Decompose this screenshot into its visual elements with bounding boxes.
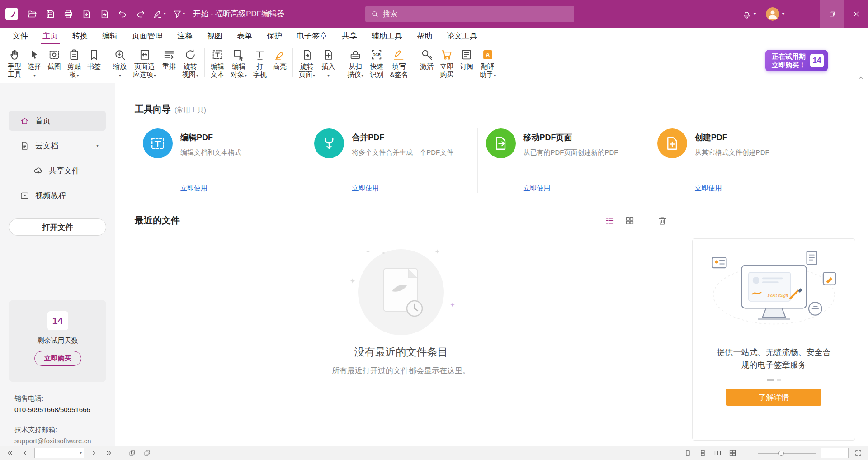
zoom-out-button[interactable] bbox=[742, 448, 753, 459]
minimize-button[interactable] bbox=[796, 0, 820, 28]
ribbon-insert-button[interactable]: 插入▾ bbox=[318, 47, 338, 79]
menu-item-5[interactable]: 注释 bbox=[170, 28, 200, 44]
use-now-link[interactable]: 立即使用 bbox=[524, 184, 551, 193]
menu-item-10[interactable]: 共享 bbox=[335, 28, 364, 44]
ribbon-hand-tool-button[interactable]: 手型工具 bbox=[5, 47, 24, 79]
collapse-ribbon-button[interactable] bbox=[857, 75, 864, 82]
menu-item-6[interactable]: 视图 bbox=[200, 28, 230, 44]
filter-button[interactable]: ▾ bbox=[170, 6, 187, 22]
ribbon-group: 手型工具选择▾截图剪贴板▾书签 bbox=[5, 47, 104, 79]
menu-item-9[interactable]: 电子签章 bbox=[289, 28, 335, 44]
ribbon-from-scanner-button[interactable]: 从扫描仪▾ bbox=[344, 47, 367, 79]
undo-button[interactable] bbox=[115, 6, 130, 22]
buy-now-button[interactable]: 立即购买 bbox=[34, 351, 81, 366]
chevron-down-icon: ▾ bbox=[76, 73, 79, 78]
ribbon-item-label: 助手▾ bbox=[480, 71, 496, 79]
menu-item-7[interactable]: 表单 bbox=[230, 28, 259, 44]
ribbon-subscribe-button[interactable]: 订阅 bbox=[457, 47, 476, 79]
learn-more-button[interactable]: 了解详情 bbox=[726, 389, 821, 406]
facing-page-button[interactable] bbox=[712, 448, 723, 459]
save-button[interactable] bbox=[42, 6, 58, 22]
zoom-input[interactable] bbox=[821, 448, 849, 458]
search-input[interactable] bbox=[383, 10, 569, 18]
sidebar-item-cloud-docs[interactable]: 云文档▾ bbox=[9, 136, 106, 156]
open-folder-button[interactable] bbox=[24, 6, 40, 22]
support-email-link[interactable]: support@foxitsoftware.cn bbox=[14, 437, 91, 445]
svg-text:OCR: OCR bbox=[373, 53, 381, 57]
ribbon-zoom-button[interactable]: 缩放▾ bbox=[110, 47, 130, 79]
restore-button[interactable] bbox=[820, 0, 844, 28]
convert-button[interactable] bbox=[97, 6, 112, 22]
use-now-link[interactable]: 立即使用 bbox=[180, 184, 208, 193]
notifications-button[interactable]: ▾ bbox=[742, 9, 756, 19]
ribbon-group: 旋转页面▾插入▾ bbox=[296, 47, 338, 79]
ribbon-typewriter-button[interactable]: 打字机 bbox=[250, 47, 270, 79]
first-page-button[interactable] bbox=[5, 448, 15, 459]
use-now-link[interactable]: 立即使用 bbox=[352, 184, 379, 193]
menu-item-4[interactable]: 页面管理 bbox=[125, 28, 170, 44]
page-number-field[interactable] bbox=[35, 450, 74, 456]
menu-item-2[interactable]: 转换 bbox=[65, 28, 95, 44]
menu-item-1[interactable]: 主页 bbox=[35, 28, 65, 44]
list-view-icon[interactable] bbox=[605, 216, 615, 226]
zoom-field[interactable] bbox=[821, 448, 848, 458]
account-menu[interactable]: ▾ bbox=[766, 7, 784, 21]
trial-banner[interactable]: 正在试用期 立即购买！ 14 bbox=[765, 50, 828, 71]
ribbon-reflow-button[interactable]: 重排 bbox=[159, 47, 179, 79]
minimize-icon bbox=[805, 10, 812, 18]
hand-icon bbox=[8, 48, 21, 61]
export-pdf-button[interactable] bbox=[79, 6, 94, 22]
fullscreen-button[interactable] bbox=[853, 448, 863, 459]
print-button[interactable] bbox=[61, 6, 76, 22]
sign-tool-button[interactable]: ▾ bbox=[151, 6, 168, 22]
menu-item-3[interactable]: 编辑 bbox=[95, 28, 125, 44]
ribbon-select-button[interactable]: 选择▾ bbox=[24, 47, 44, 79]
last-page-button[interactable] bbox=[103, 448, 114, 459]
open-file-button[interactable]: 打开文件 bbox=[9, 218, 106, 236]
trash-icon[interactable] bbox=[657, 216, 667, 226]
search-box[interactable] bbox=[365, 6, 574, 22]
continuous-page-button[interactable] bbox=[697, 448, 708, 459]
ribbon-rotate-view-button[interactable]: 旋转视图▾ bbox=[179, 47, 202, 79]
sidebar-item-home[interactable]: 首页 bbox=[9, 111, 106, 131]
ribbon-bookmark-button[interactable]: 书签 bbox=[84, 47, 104, 79]
grid-view-icon[interactable] bbox=[625, 216, 635, 226]
ribbon-edit-text-button[interactable]: 编辑文本 bbox=[208, 47, 227, 79]
prev-page-button[interactable] bbox=[19, 448, 30, 459]
single-page-button[interactable] bbox=[682, 448, 693, 459]
next-page-button[interactable] bbox=[88, 448, 99, 459]
ribbon-snapshot-button[interactable]: 截图 bbox=[44, 47, 64, 79]
use-now-link[interactable]: 立即使用 bbox=[695, 184, 722, 193]
ribbon-page-fit-options-button[interactable]: 页面适应选项▾ bbox=[130, 47, 159, 79]
ribbon-edit-object-button[interactable]: 编辑对象▾ bbox=[227, 47, 250, 79]
ribbon-activate-button[interactable]: 激活 bbox=[417, 47, 437, 79]
menu-item-8[interactable]: 保护 bbox=[259, 28, 289, 44]
ribbon-highlight-button[interactable]: 高亮 bbox=[270, 47, 290, 79]
carousel-dot[interactable] bbox=[777, 379, 781, 381]
zoom-slider-knob[interactable] bbox=[778, 451, 784, 456]
facing-continuous-button[interactable] bbox=[727, 448, 738, 459]
chevron-down-icon: ▾ bbox=[361, 73, 363, 78]
snapshot-tool-button[interactable] bbox=[127, 448, 137, 459]
tool-card-text: 创建PDF从其它格式文件创建PDF bbox=[695, 128, 769, 158]
sidebar-item-video-tutorials[interactable]: 视频教程 bbox=[9, 185, 106, 205]
ribbon-fill-sign-button[interactable]: 填写&签名 bbox=[387, 47, 411, 79]
ribbon-quick-ocr-button[interactable]: OCR快速识别 bbox=[367, 47, 387, 79]
page-number-input[interactable]: ▾ bbox=[34, 448, 84, 458]
ribbon-rotate-pages-button[interactable]: 旋转页面▾ bbox=[296, 47, 318, 79]
menu-item-11[interactable]: 辅助工具 bbox=[364, 28, 410, 44]
menu-item-13[interactable]: 论文工具 bbox=[439, 28, 485, 44]
sidebar-item-shared-files[interactable]: 共享文件 bbox=[9, 161, 106, 180]
carousel-dot-active[interactable] bbox=[767, 379, 774, 381]
clipboard-tool-button[interactable] bbox=[142, 448, 152, 459]
ribbon-translate-assistant-button[interactable]: A翻译助手▾ bbox=[476, 47, 499, 79]
ribbon-item-label: 打 bbox=[253, 62, 267, 71]
menu-item-0[interactable]: 文件 bbox=[5, 28, 35, 44]
menu-item-12[interactable]: 帮助 bbox=[410, 28, 439, 44]
ribbon-buy-now-button[interactable]: 立即购买 bbox=[437, 47, 457, 79]
redo-button[interactable] bbox=[133, 6, 148, 22]
close-button[interactable] bbox=[844, 0, 868, 28]
ribbon-clipboard-button[interactable]: 剪贴板▾ bbox=[64, 47, 84, 79]
zoom-slider[interactable] bbox=[758, 448, 816, 459]
recent-files-title: 最近的文件 bbox=[135, 214, 180, 227]
